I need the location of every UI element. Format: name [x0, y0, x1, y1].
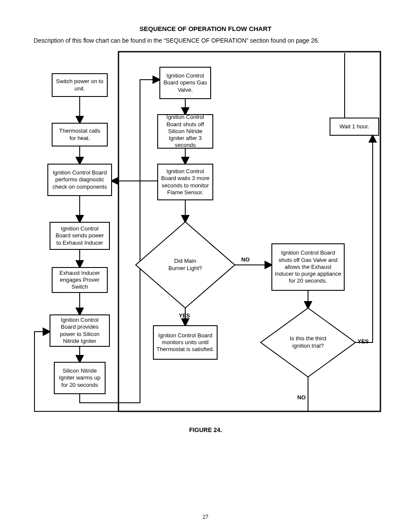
step-diagnostic-check: Ignition Control Board performs diagnost… — [47, 164, 112, 196]
decision-burner-light-l2: Burner Light? — [168, 265, 202, 271]
step-power-igniter: Ignition Control Board provides power to… — [50, 314, 110, 347]
step-wait-hour: Wait 1 hour. — [330, 118, 379, 136]
step-shutoff-igniter: Ignition Control Board shuts off Silicon… — [157, 114, 213, 149]
page-number: 27 — [0, 514, 411, 520]
decision-third-trial-l2: ignition trial? — [293, 342, 324, 349]
figure-caption: FIGURE 24. — [0, 426, 411, 433]
label-no-1: NO — [241, 256, 250, 263]
label-no-2: NO — [297, 394, 306, 401]
label-yes-2: YES — [358, 338, 369, 345]
step-igniter-warmup: Silicon Nitride Igniter warms up for 20 … — [54, 362, 106, 394]
step-power-inducer: Ignition Control Board sends power to Ex… — [50, 222, 110, 250]
step-power-on: Switch power on to unit. — [52, 73, 108, 97]
page-description: Description of this flow chart can be fo… — [34, 37, 385, 44]
page-title: SEQUENCE OF OPERATION FLOW CHART — [0, 25, 411, 32]
label-yes-1: YES — [179, 312, 190, 319]
step-purge: Ignition Control Board shuts off Gas Val… — [271, 243, 345, 291]
step-prover-switch: Exhaust Inducer engages Prover Switch — [52, 267, 108, 293]
decision-burner-light-l1: Did Main — [174, 258, 196, 264]
step-monitor-flame: Ignition Control Board waits 3 more seco… — [157, 164, 213, 200]
step-open-gas-valve: Ignition Control Board opens Gas Valve. — [159, 67, 211, 99]
decision-third-trial-l1: Is this the third — [290, 335, 327, 342]
step-monitor-thermostat: Ignition Control Board monitors units un… — [153, 325, 218, 360]
step-thermostat-call: Thermostat calls for heat. — [52, 123, 108, 146]
flowchart: Did Main Burner Light? Is this the third… — [32, 50, 381, 416]
